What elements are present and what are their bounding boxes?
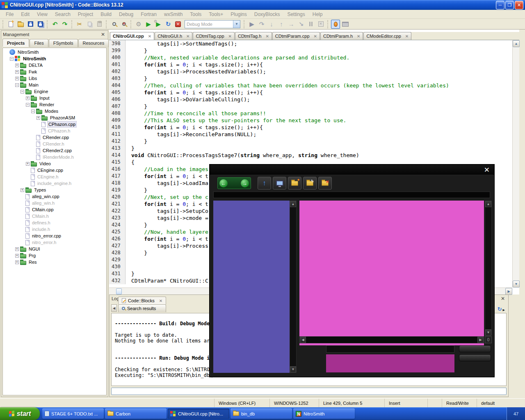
browse-computer-button[interactable]: [273, 177, 286, 189]
editor-vscrollbar[interactable]: ▲ ▼: [512, 40, 519, 288]
tab-close-icon[interactable]: ✕: [357, 34, 360, 39]
tree-row[interactable]: CMain.h: [3, 213, 106, 219]
tree-row[interactable]: −Modes: [3, 108, 106, 114]
tab-close-icon[interactable]: ✕: [265, 34, 269, 39]
tab-fsymbols[interactable]: FSymbols: [49, 39, 78, 47]
stop-debugger-button[interactable]: ✕: [316, 19, 326, 29]
tree-row[interactable]: IRenderMode.h: [3, 154, 106, 160]
menu-help[interactable]: Help: [309, 11, 326, 18]
app-button-1[interactable]: [459, 345, 491, 352]
menu-debug[interactable]: Debug: [116, 11, 137, 18]
tree-row[interactable]: −Main: [3, 82, 106, 88]
code-line[interactable]: 399 }: [109, 47, 512, 54]
code-line[interactable]: 408 //Time to reconcile all those params…: [109, 110, 512, 117]
step-into-instruction-button[interactable]: ↘: [296, 19, 306, 29]
delete-folder-button[interactable]: ✕: [318, 177, 332, 189]
tree-row[interactable]: include.h: [3, 226, 106, 233]
tree-row[interactable]: CRender.cpp: [3, 134, 106, 141]
restore-button[interactable]: ❐: [505, 1, 514, 9]
various-info-button[interactable]: [340, 19, 350, 29]
menu-fortran[interactable]: Fortran: [137, 11, 160, 18]
hscroll-thumb[interactable]: [116, 288, 122, 294]
menu-tools+[interactable]: Tools+: [205, 11, 226, 18]
tab-scroll-left-icon[interactable]: ◀: [111, 304, 117, 312]
app-close-icon[interactable]: ✕: [484, 166, 490, 174]
tab-projects[interactable]: Projects: [2, 39, 29, 47]
code-line[interactable]: 406 tags[i]->DoVariableCulling();: [109, 96, 512, 103]
menu-project[interactable]: Project: [75, 11, 96, 18]
build-and-run-button[interactable]: ▶⚙: [153, 19, 163, 29]
task-button-cnitrogui-cpp-nitro-[interactable]: CNitroGUI.cpp [Nitro...: [168, 409, 229, 419]
editor-tab-cdtmlparam.cpp[interactable]: CDtmlParam.cpp✕: [272, 32, 320, 40]
forward-button[interactable]: →: [241, 179, 249, 187]
tree-row[interactable]: +Fwk: [3, 68, 106, 75]
next-instruction-button[interactable]: →: [286, 19, 296, 29]
up-directory-button[interactable]: ↑: [258, 177, 271, 189]
code-line[interactable]: 407 }: [109, 103, 512, 110]
menu-view[interactable]: View: [34, 11, 51, 18]
code-line[interactable]: 411 tags[i]->ReconcileParams(NULL);: [109, 131, 512, 138]
app-color-swatch[interactable]: [326, 354, 454, 372]
tab-close-icon[interactable]: ✕: [228, 34, 232, 39]
step-out-button[interactable]: ↑: [276, 19, 286, 29]
menu-build[interactable]: Build: [97, 11, 115, 18]
scroll-right-icon[interactable]: ▶: [477, 337, 484, 343]
menu-doxyblocks[interactable]: DoxyBlocks: [251, 11, 283, 18]
tree-row[interactable]: CRender2.cpp: [3, 147, 106, 154]
debug-continue-button[interactable]: ▶: [247, 19, 257, 29]
build-target-combo[interactable]: Debug Mode ▼: [185, 20, 240, 28]
log-tab-code-blocks[interactable]: Code::Blocks✕: [118, 297, 166, 304]
save-button[interactable]: [25, 19, 35, 29]
menu-edit[interactable]: Edit: [18, 11, 33, 18]
step-into-button[interactable]: ↓: [267, 19, 276, 29]
open-file-button[interactable]: [16, 19, 25, 29]
collapse-icon[interactable]: −: [10, 57, 14, 61]
back-button[interactable]: ←: [219, 179, 228, 187]
app-title-bar[interactable]: ✕: [210, 165, 494, 175]
code-line[interactable]: 410 for(int i = 0; i < tags.size(); i++)…: [109, 124, 512, 131]
title-bar[interactable]: CNitroGUI.cpp [NitroSmith] - Code::Block…: [0, 0, 525, 10]
editor-tab-cdtmltag.h[interactable]: CDtmlTag.h✕: [235, 32, 272, 40]
code-line[interactable]: 401 for(int i = 0; i < tags.size(); i++)…: [109, 61, 512, 68]
collapse-icon[interactable]: −: [26, 103, 30, 107]
find-button[interactable]: [109, 19, 119, 29]
expand-icon[interactable]: +: [21, 188, 24, 192]
code-line[interactable]: 405 for(int i = 0; i < tags.size(); i++)…: [109, 89, 512, 96]
scroll-up-icon[interactable]: ▲: [513, 40, 520, 47]
expand-icon[interactable]: +: [26, 162, 30, 166]
scroll-down-icon[interactable]: ▼: [290, 366, 296, 372]
tree-row[interactable]: +Res: [3, 259, 106, 265]
scroll-up-icon[interactable]: ▲: [485, 201, 491, 207]
minimize-button[interactable]: ─: [496, 1, 504, 9]
tab-close-icon[interactable]: ✕: [159, 299, 162, 303]
scroll-up-icon[interactable]: ▲: [290, 201, 296, 207]
task-button-carbon[interactable]: Carbon: [105, 409, 167, 419]
replace-button[interactable]: [119, 19, 129, 29]
collapse-icon[interactable]: −: [21, 90, 24, 94]
tree-row[interactable]: nitro_error.h: [3, 239, 106, 246]
editor-tab-cdtmlparam.h[interactable]: CDtmlParam.h✕: [320, 32, 363, 40]
log-tab-search-results[interactable]: Search results: [118, 304, 166, 312]
code-line[interactable]: 398 tags[i]->SortNamedTags();: [109, 40, 512, 47]
step-next-button[interactable]: ↷: [257, 19, 267, 29]
debugging-windows-button[interactable]: [331, 19, 340, 29]
tree-row[interactable]: +PhazonASM: [3, 114, 106, 121]
log-command-input[interactable]: [111, 388, 507, 395]
app-text-field[interactable]: [326, 345, 454, 353]
expand-icon[interactable]: +: [15, 64, 19, 67]
tree-row[interactable]: −Engine: [3, 88, 106, 95]
rename-folder-button[interactable]: ✎: [303, 177, 317, 189]
editor-tab-cmodeeditor.cpp[interactable]: CModeEditor.cpp✕: [363, 32, 411, 40]
abort-button[interactable]: ✕: [173, 19, 183, 29]
tree-row[interactable]: +Libs: [3, 75, 106, 82]
tree-row[interactable]: CEngine.h: [3, 173, 106, 180]
expand-icon[interactable]: +: [15, 260, 19, 264]
tab-close-icon[interactable]: ✕: [186, 34, 189, 39]
menu-wxsmith[interactable]: wxSmith: [161, 11, 186, 18]
left-panel-scrollbar[interactable]: ▲ ▼: [290, 201, 297, 373]
tree-row[interactable]: −NitroSmith: [3, 55, 106, 62]
canvas-hscrollbar[interactable]: ◀ ▶: [299, 336, 484, 343]
management-close-icon[interactable]: ✕: [100, 32, 106, 37]
cut-button[interactable]: ✂: [75, 19, 84, 29]
task-button-nitrosmith[interactable]: NitroSmith: [293, 409, 355, 419]
